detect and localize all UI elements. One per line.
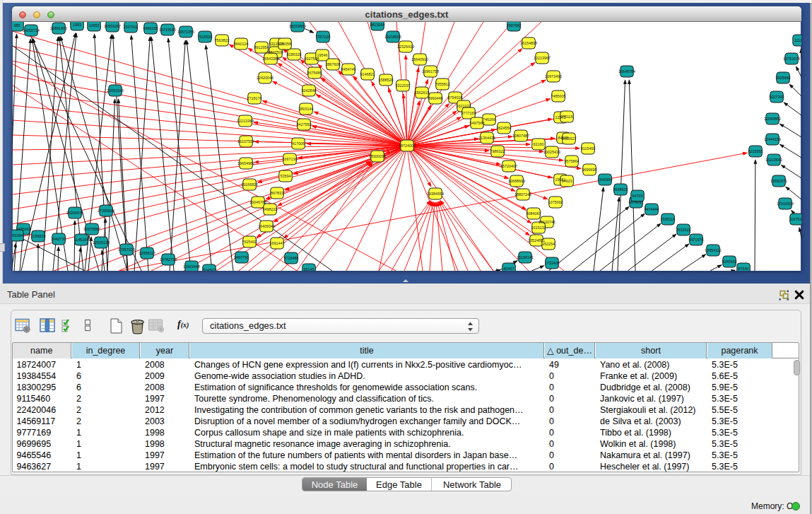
- svg-text:2718176: 2718176: [247, 96, 262, 100]
- svg-text:2156829: 2156829: [31, 234, 46, 238]
- svg-text:16120746: 16120746: [539, 220, 555, 224]
- svg-text:14055714: 14055714: [23, 28, 40, 33]
- svg-text:5675685: 5675685: [307, 71, 322, 75]
- svg-text:252254: 252254: [542, 242, 555, 246]
- svg-text:20891406: 20891406: [50, 26, 67, 30]
- svg-text:991594: 991594: [12, 233, 23, 238]
- svg-text:746266: 746266: [483, 117, 495, 122]
- svg-text:6466160: 6466160: [143, 26, 158, 30]
- svg-text:3498222: 3498222: [263, 207, 278, 211]
- svg-text:9474444: 9474444: [645, 207, 659, 211]
- svg-text:8471676: 8471676: [689, 238, 704, 242]
- svg-text:9242848: 9242848: [302, 88, 317, 93]
- svg-text:15136141: 15136141: [517, 255, 534, 259]
- svg-text:10973493: 10973493: [545, 74, 562, 78]
- svg-text:16648784: 16648784: [618, 69, 635, 74]
- svg-text:10653: 10653: [89, 23, 100, 28]
- svg-text:9699695: 9699695: [582, 168, 597, 172]
- svg-text:8427552: 8427552: [297, 122, 312, 127]
- svg-text:9457791: 9457791: [235, 255, 249, 259]
- svg-text:10046788: 10046788: [249, 200, 266, 204]
- svg-text:975115: 975115: [560, 115, 573, 119]
- svg-text:20206576: 20206576: [66, 211, 83, 215]
- svg-text:8813054: 8813054: [370, 23, 385, 27]
- svg-text:7357224: 7357224: [316, 35, 331, 39]
- svg-text:7955812: 7955812: [435, 82, 450, 86]
- svg-text:12923448: 12923448: [183, 264, 200, 269]
- svg-text:1615132: 1615132: [531, 226, 546, 230]
- svg-text:1145194: 1145194: [74, 238, 89, 242]
- svg-text:12213967: 12213967: [534, 56, 551, 60]
- svg-text:8660124: 8660124: [234, 42, 249, 46]
- svg-text:19546: 19546: [317, 53, 328, 57]
- svg-text:3267130: 3267130: [283, 157, 298, 161]
- svg-text:18807249: 18807249: [514, 192, 531, 197]
- svg-text:2803144: 2803144: [299, 107, 314, 111]
- svg-text:8215955: 8215955: [748, 149, 763, 153]
- svg-text:1691447: 1691447: [270, 241, 285, 245]
- svg-text:1167533: 1167533: [789, 217, 801, 221]
- svg-text:9827508: 9827508: [269, 50, 283, 54]
- svg-text:5322037: 5322037: [396, 83, 411, 88]
- svg-text:12444159: 12444159: [764, 137, 781, 141]
- svg-text:16154808: 16154808: [520, 41, 537, 45]
- svg-text:53594: 53594: [281, 174, 291, 178]
- svg-text:16553267: 16553267: [104, 24, 121, 28]
- svg-text:64703: 64703: [632, 194, 643, 198]
- svg-text:94923: 94923: [562, 179, 572, 183]
- svg-text:8938923: 8938923: [613, 187, 628, 192]
- svg-text:1527602: 1527602: [124, 25, 139, 29]
- svg-text:16782759: 16782759: [160, 257, 177, 262]
- svg-text:1621022: 1621022: [457, 104, 471, 108]
- svg-text:8990448: 8990448: [428, 96, 443, 100]
- svg-text:15720407: 15720407: [500, 164, 517, 168]
- svg-text:19166825: 19166825: [241, 182, 258, 187]
- svg-text:7563822: 7563822: [215, 38, 230, 42]
- svg-text:20053346: 20053346: [107, 88, 124, 93]
- svg-text:19384554: 19384554: [427, 192, 444, 196]
- svg-text:824502: 824502: [203, 268, 216, 271]
- svg-text:18724007: 18724007: [399, 144, 416, 148]
- svg-text:95145: 95145: [304, 267, 314, 271]
- svg-text:16671355: 16671355: [177, 30, 194, 34]
- svg-text:22420046: 22420046: [257, 76, 273, 80]
- svg-text:15751074: 15751074: [783, 57, 800, 61]
- svg-text:9115460: 9115460: [581, 146, 596, 151]
- svg-text:10688609: 10688609: [508, 179, 525, 183]
- svg-text:12505135: 12505135: [93, 240, 110, 245]
- svg-text:16033809: 16033809: [289, 24, 306, 28]
- svg-text:1733426: 1733426: [545, 261, 560, 265]
- svg-text:7632621: 7632621: [676, 228, 691, 232]
- svg-text:87646: 87646: [739, 267, 749, 271]
- svg-text:10961758: 10961758: [422, 69, 439, 74]
- svg-text:80467: 80467: [504, 267, 514, 271]
- svg-text:7515526: 7515526: [198, 35, 213, 39]
- svg-text:8454749: 8454749: [341, 67, 356, 71]
- svg-text:15640910: 15640910: [411, 57, 428, 62]
- svg-text:18300295: 18300295: [369, 154, 386, 158]
- svg-text:2867608: 2867608: [326, 62, 341, 66]
- svg-text:8186328: 8186328: [287, 52, 302, 57]
- svg-text:10807487: 10807487: [512, 134, 529, 138]
- svg-text:9084067: 9084067: [526, 211, 541, 216]
- svg-text:21364436: 21364436: [478, 136, 495, 140]
- svg-text:12325419: 12325419: [397, 45, 414, 49]
- svg-text:30975887: 30975887: [83, 227, 100, 231]
- svg-text:9227343: 9227343: [770, 95, 784, 99]
- svg-text:19218506: 19218506: [384, 35, 401, 39]
- svg-text:15692971: 15692971: [770, 179, 787, 183]
- svg-text:62160: 62160: [534, 142, 544, 146]
- svg-text:1588520: 1588520: [379, 78, 394, 82]
- svg-text:1640954: 1640954: [598, 177, 613, 182]
- svg-text:1562615: 1562615: [415, 90, 430, 95]
- svg-text:9245652: 9245652: [722, 259, 737, 264]
- svg-text:3624554: 3624554: [497, 126, 512, 130]
- svg-text:2687682: 2687682: [507, 23, 522, 28]
- svg-text:10719185: 10719185: [159, 28, 176, 32]
- svg-text:11125: 11125: [794, 38, 801, 42]
- svg-text:2942737: 2942737: [52, 237, 66, 241]
- svg-text:12213369: 12213369: [237, 119, 254, 123]
- svg-text:985: 985: [14, 23, 20, 28]
- svg-text:10958117: 10958117: [139, 251, 155, 255]
- svg-text:9777169: 9777169: [461, 111, 476, 115]
